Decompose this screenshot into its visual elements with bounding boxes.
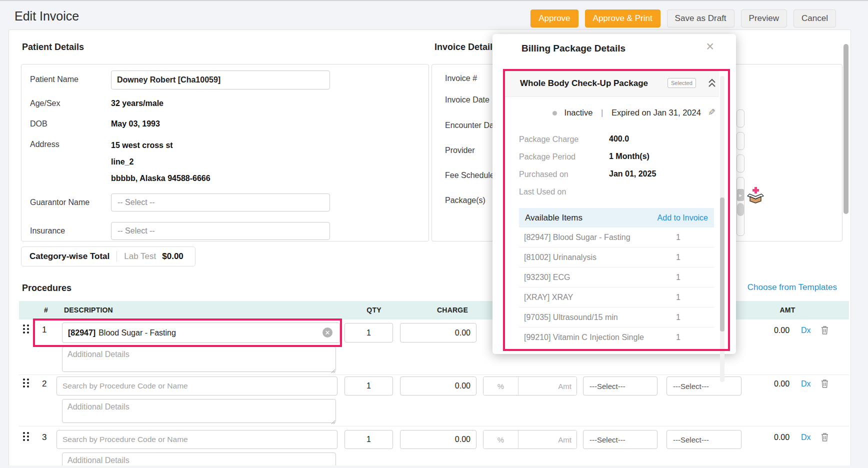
- col-qty: QTY: [350, 306, 398, 314]
- address-line-1: 15 west cross st: [111, 141, 173, 150]
- package-icon[interactable]: [746, 185, 765, 206]
- invoice-number-label: Invoice #: [445, 74, 477, 83]
- guarantor-label: Guarantor Name: [30, 198, 90, 207]
- procedure-name: Blood Sugar - Fasting: [98, 328, 176, 338]
- available-item[interactable]: [99210] Vitamin C Injection Single1: [519, 328, 714, 348]
- collapse-chevron-icon[interactable]: [708, 78, 716, 90]
- package-header[interactable]: Whole Body Check-Up Package Selected: [505, 71, 719, 97]
- dob-label: DOB: [30, 120, 48, 128]
- dx-link-row-2[interactable]: Dx: [801, 380, 811, 388]
- select-2-row-2[interactable]: ---Select---: [666, 376, 742, 396]
- item-qty: 1: [676, 333, 708, 342]
- row-number: 2: [42, 379, 46, 389]
- patient-name-field[interactable]: Downey Robert [Cha10059]: [111, 70, 330, 90]
- bottom-strip: [0, 466, 868, 468]
- charge-input-row-3[interactable]: [400, 430, 476, 449]
- item-name: [82947] Blood Sugar - Fasting: [524, 233, 630, 242]
- select-1-row-3[interactable]: ---Select---: [583, 430, 658, 449]
- package-next-arrow[interactable]: ▸: [737, 189, 744, 201]
- item-name: [81002] Urinanalysis: [524, 253, 596, 262]
- preview-button[interactable]: Preview: [741, 10, 787, 28]
- procedure-search-row-3[interactable]: [56, 430, 338, 449]
- guarantor-select[interactable]: -- Select --: [111, 194, 330, 212]
- field-label: Package Period: [519, 152, 576, 162]
- patient-name-label: Patient Name: [30, 75, 78, 84]
- additional-details-row-1[interactable]: [62, 346, 336, 372]
- amt-value-row-2: 0.00: [774, 380, 790, 388]
- delete-row-icon[interactable]: [820, 325, 829, 337]
- available-item[interactable]: [XRAY] XRAY1: [519, 288, 714, 308]
- encounter-date-field[interactable]: [736, 110, 744, 128]
- delete-row-icon[interactable]: [820, 432, 829, 444]
- discount-amount-input[interactable]: [518, 377, 576, 395]
- cancel-button[interactable]: Cancel: [794, 10, 836, 28]
- qty-input-row-2[interactable]: [344, 376, 393, 396]
- select-1-row-2[interactable]: ---Select---: [583, 376, 658, 396]
- delete-row-icon[interactable]: [820, 378, 829, 390]
- page-title: Edit Invoice: [14, 9, 79, 24]
- insurance-select[interactable]: -- Select --: [111, 222, 330, 240]
- category-total-label: Category-wise Total: [22, 252, 116, 262]
- available-items-title: Available Items: [525, 213, 582, 223]
- qty-input-row-1[interactable]: [344, 323, 393, 342]
- modal-scrollbar-thumb[interactable]: [720, 198, 724, 332]
- select-2-row-3[interactable]: ---Select---: [666, 430, 742, 449]
- choose-from-templates-link[interactable]: Choose from Templates: [748, 282, 837, 292]
- discount-percent-input[interactable]: [484, 430, 518, 448]
- procedure-search-row-1[interactable]: [82947] Blood Sugar - Fasting: [62, 322, 340, 343]
- drag-handle-icon[interactable]: [23, 324, 29, 334]
- address-line-3: bbbbb, Alaska 94588-6666: [111, 174, 210, 183]
- available-item[interactable]: [97035] Ultrasound/15 min1: [519, 308, 714, 328]
- available-items-header: Available Items Add to Invoice: [519, 208, 714, 228]
- fee-schedule-field[interactable]: [736, 154, 744, 172]
- procedure-search-row-2[interactable]: [56, 376, 338, 396]
- item-qty: 1: [676, 233, 708, 242]
- dx-link-row-3[interactable]: Dx: [801, 433, 811, 442]
- patient-details-box: [21, 64, 429, 242]
- row-separator: [19, 374, 849, 375]
- resize-grip-icon[interactable]: [331, 418, 336, 422]
- modal-title: Billing Package Details: [522, 43, 626, 54]
- discount-percent-input[interactable]: [484, 377, 518, 395]
- field-label: Purchased on: [519, 170, 568, 179]
- edit-invoice-screen: Edit Invoice Approve Approve & Print Sav…: [0, 0, 868, 468]
- edit-pencil-icon[interactable]: ✎: [708, 107, 716, 118]
- available-item[interactable]: [93230] ECG1: [519, 268, 714, 288]
- patient-name-value: Downey Robert [Cha10059]: [117, 76, 220, 84]
- amt-value-row-3: 0.00: [774, 433, 790, 442]
- category-total-box: Category-wise Total Lab Test $0.00: [21, 246, 196, 266]
- insurance-label: Insurance: [30, 226, 65, 236]
- available-item[interactable]: [81002] Urinanalysis1: [519, 248, 714, 268]
- provider-field[interactable]: [736, 132, 744, 150]
- dx-link-row-1[interactable]: Dx: [801, 326, 811, 335]
- row-separator: [19, 426, 849, 426]
- charge-input-row-1[interactable]: [400, 323, 476, 342]
- invoice-details-title: Invoice Details: [434, 42, 498, 52]
- col-description: DESCRIPTION: [64, 306, 113, 314]
- charge-input-row-2[interactable]: [400, 376, 476, 396]
- drag-handle-icon[interactable]: [23, 378, 29, 388]
- field-value: Jan 01, 2025: [609, 170, 656, 178]
- available-item[interactable]: [82947] Blood Sugar - Fasting1: [519, 228, 714, 248]
- address-label: Address: [30, 140, 60, 149]
- approve-print-button[interactable]: Approve & Print: [585, 10, 660, 28]
- page-scrollbar-thumb[interactable]: [844, 44, 848, 214]
- package-list-scroll-thumb[interactable]: [737, 203, 744, 216]
- field-value: 1 Month(s): [609, 152, 650, 161]
- clear-procedure-icon[interactable]: ✕: [322, 328, 332, 338]
- resize-grip-icon[interactable]: [331, 366, 336, 371]
- approve-button[interactable]: Approve: [530, 10, 578, 28]
- drag-handle-icon[interactable]: [23, 432, 29, 442]
- status-dot-icon: [552, 111, 557, 116]
- col-num: #: [44, 306, 48, 314]
- add-to-invoice-link[interactable]: Add to Invoice: [658, 214, 708, 222]
- save-as-draft-button[interactable]: Save as Draft: [667, 10, 734, 28]
- field-value: 400.0: [609, 134, 629, 144]
- close-icon[interactable]: ×: [706, 40, 714, 54]
- address-line-2: line_2: [111, 158, 134, 166]
- additional-details-row-2[interactable]: [62, 399, 336, 423]
- qty-input-row-3[interactable]: [344, 430, 393, 449]
- age-sex-value: 32 years/male: [111, 99, 164, 108]
- discount-amount-input[interactable]: [518, 430, 576, 448]
- field-label: Package Charge: [519, 135, 578, 144]
